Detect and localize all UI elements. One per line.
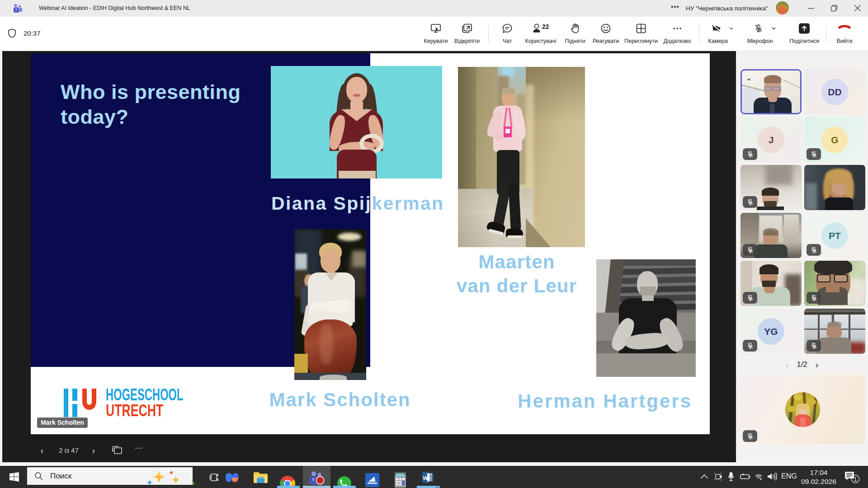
svg-text:W: W: [423, 475, 428, 481]
svg-text:T: T: [15, 8, 17, 11]
svg-text:1: 1: [854, 476, 857, 483]
svg-text:T: T: [312, 477, 315, 482]
svg-text:22: 22: [542, 23, 549, 30]
